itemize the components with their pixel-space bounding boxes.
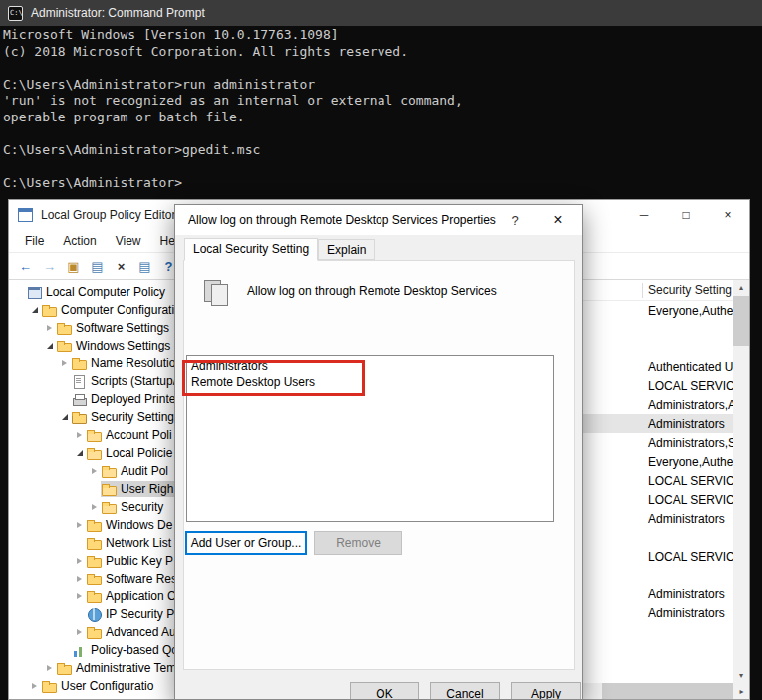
tree-item-label: Windows Settings bbox=[76, 339, 170, 352]
chevron-none bbox=[73, 537, 86, 550]
policy-icon bbox=[102, 465, 117, 478]
chevron-closed-icon[interactable] bbox=[43, 322, 56, 335]
cmd-output-line: Microsoft Windows [Version 10.0.17763.10… bbox=[3, 27, 463, 44]
column-divider[interactable] bbox=[642, 283, 643, 298]
scroll-right-icon[interactable]: ▸ bbox=[734, 683, 749, 699]
close-icon[interactable]: × bbox=[538, 205, 578, 235]
menu-file[interactable]: File bbox=[16, 234, 54, 248]
security-setting-value: Administrators,A bbox=[648, 398, 736, 412]
chevron-closed-icon[interactable] bbox=[73, 590, 86, 603]
scroll-down-icon[interactable]: ▾ bbox=[733, 668, 749, 683]
minimize-button[interactable]: ─ bbox=[624, 200, 665, 230]
chevron-closed-icon[interactable] bbox=[73, 573, 86, 585]
policy-icon bbox=[202, 277, 230, 305]
chevron-closed-icon[interactable] bbox=[73, 519, 86, 532]
chart-icon bbox=[72, 644, 87, 657]
chevron-open-icon[interactable] bbox=[73, 447, 86, 460]
properties-icon[interactable]: ▤ bbox=[136, 257, 153, 275]
scripts-icon bbox=[72, 375, 87, 388]
dialog-titlebar[interactable]: Allow log on through Remote Desktop Serv… bbox=[175, 205, 582, 235]
folder-icon bbox=[87, 626, 102, 639]
add-user-group-button[interactable]: Add User or Group... bbox=[185, 531, 307, 555]
cmd-output-line: C:\Users\Administrator>gpedit.msc bbox=[3, 142, 463, 159]
cmd-window-title: Administrator: Command Prompt bbox=[31, 6, 205, 20]
policy-icon bbox=[102, 501, 117, 514]
chevron-closed-icon[interactable] bbox=[28, 680, 41, 693]
show-console-tree-icon[interactable]: ▣ bbox=[65, 257, 82, 275]
menu-action[interactable]: Action bbox=[54, 234, 106, 248]
security-setting-value: Administrators bbox=[648, 606, 725, 620]
cmd-output-line bbox=[3, 125, 463, 142]
help-icon[interactable]: ? bbox=[498, 205, 532, 235]
cmd-output[interactable]: Microsoft Windows [Version 10.0.17763.10… bbox=[3, 27, 463, 191]
tree-item-label: Local Policie bbox=[106, 446, 172, 460]
menu-view[interactable]: View bbox=[107, 234, 151, 248]
cmd-output-line bbox=[3, 158, 463, 175]
chevron-none bbox=[13, 286, 26, 299]
tree-item-label: Windows De bbox=[106, 518, 172, 532]
chevron-closed-icon[interactable] bbox=[88, 501, 101, 514]
chevron-closed-icon[interactable] bbox=[88, 465, 101, 478]
security-setting-value: LOCAL SERVICE, bbox=[648, 493, 746, 507]
vertical-scroll-thumb[interactable] bbox=[733, 296, 749, 346]
security-setting-value: Administrators,S bbox=[648, 436, 736, 450]
cmd-output-line: operable program or batch file. bbox=[3, 110, 463, 126]
security-setting-value: LOCAL SERVICE, bbox=[648, 550, 746, 564]
back-arrow-icon[interactable]: ← bbox=[17, 257, 34, 275]
chevron-closed-icon[interactable] bbox=[58, 357, 71, 370]
tree-item-label: User Righ bbox=[121, 482, 173, 496]
cmd-output-line: C:\Users\Administrator> bbox=[3, 175, 463, 192]
close-button[interactable]: × bbox=[707, 200, 749, 230]
chevron-none bbox=[58, 644, 71, 657]
tree-item-label: Audit Pol bbox=[121, 464, 168, 478]
cmd-titlebar[interactable]: Administrator: Command Prompt bbox=[0, 0, 762, 26]
chevron-none bbox=[88, 483, 101, 496]
security-setting-value: Administrators bbox=[648, 417, 725, 431]
delete-icon[interactable]: × bbox=[113, 257, 129, 275]
tree-item-label: Scripts (Startup/ bbox=[91, 374, 176, 388]
chevron-open-icon[interactable] bbox=[58, 411, 71, 424]
console-icon bbox=[27, 286, 42, 299]
chevron-open-icon[interactable] bbox=[43, 340, 56, 352]
folder-icon bbox=[87, 519, 102, 532]
folder-icon bbox=[42, 680, 57, 693]
scroll-up-icon[interactable]: ▴ bbox=[733, 280, 749, 295]
tree-item-label: Deployed Printe bbox=[91, 392, 175, 406]
tab-explain[interactable]: Explain bbox=[318, 239, 375, 260]
chevron-closed-icon[interactable] bbox=[73, 626, 86, 639]
chevron-closed-icon[interactable] bbox=[73, 555, 86, 568]
folder-icon bbox=[87, 555, 102, 568]
folder-icon bbox=[87, 590, 102, 603]
folder-icon bbox=[57, 340, 72, 352]
tree-item-label: Administrative Tem bbox=[76, 661, 176, 675]
chevron-none bbox=[58, 375, 71, 388]
policy-name: Allow log on through Remote Desktop Serv… bbox=[247, 284, 497, 298]
apply-button[interactable]: Apply bbox=[511, 682, 581, 700]
chevron-open-icon[interactable] bbox=[28, 304, 41, 317]
remove-button: Remove bbox=[314, 531, 402, 555]
security-setting-column-header[interactable]: Security Setting bbox=[648, 283, 732, 297]
listbox-item-remote-desktop-users[interactable]: Remote Desktop Users bbox=[187, 374, 553, 390]
security-setting-value: Authenticated U bbox=[648, 360, 733, 374]
tab-local-security-setting[interactable]: Local Security Setting bbox=[184, 238, 318, 261]
cmd-output-line: (c) 2018 Microsoft Corporation. All righ… bbox=[3, 44, 463, 61]
cancel-button[interactable]: Cancel bbox=[430, 682, 500, 700]
horizontal-scroll-thumb[interactable] bbox=[602, 683, 733, 699]
policy-icon bbox=[102, 483, 117, 496]
security-setting-value: Administrators bbox=[648, 512, 725, 526]
maximize-button[interactable]: □ bbox=[665, 200, 707, 230]
cmd-output-line: C:\Users\Administrator>run administrator bbox=[3, 77, 463, 94]
chevron-closed-icon[interactable] bbox=[73, 429, 86, 442]
export-list-icon[interactable]: ▤ bbox=[89, 257, 106, 275]
chevron-closed-icon[interactable] bbox=[43, 662, 56, 675]
ok-button[interactable]: OK bbox=[350, 682, 419, 700]
forward-arrow-icon[interactable]: → bbox=[41, 257, 58, 275]
gpedit-icon bbox=[18, 208, 33, 222]
tree-item-label: Policy-based Qo bbox=[91, 643, 178, 657]
listbox-item-administrators[interactable]: Administrators bbox=[187, 358, 553, 374]
folder-lock-icon bbox=[72, 411, 87, 424]
tree-item-label: Local Computer Policy bbox=[46, 285, 165, 299]
members-listbox[interactable]: AdministratorsRemote Desktop Users bbox=[186, 355, 554, 522]
vertical-scrollbar[interactable]: ▴ ▾ bbox=[733, 280, 749, 683]
folder-icon bbox=[87, 537, 102, 550]
